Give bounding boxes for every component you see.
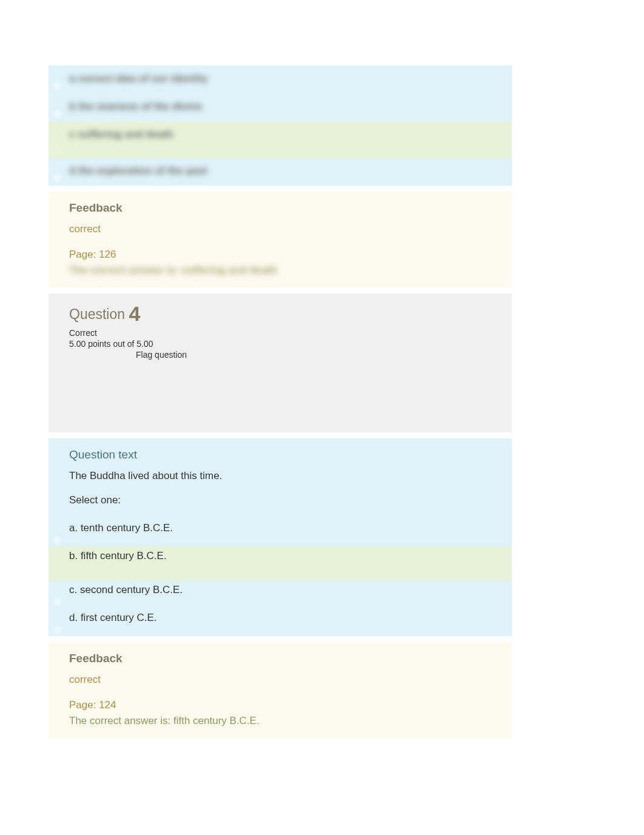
radio-icon[interactable]	[53, 570, 61, 578]
feedback-heading: Feedback	[69, 652, 512, 665]
option-label: a correct idea of our identity	[69, 73, 512, 85]
radio-icon[interactable]	[53, 110, 61, 118]
feedback-answer: The correct answer is: suffering and dea…	[69, 264, 512, 277]
question-status: Correct	[69, 328, 512, 338]
feedback-heading: Feedback	[69, 201, 512, 215]
option-row[interactable]: a. tenth century B.C.E.	[49, 518, 512, 546]
radio-icon[interactable]	[53, 626, 61, 634]
question-text: The Buddha lived about this time.	[69, 470, 512, 482]
option-label: d the exploration of the past	[69, 165, 512, 177]
question-points: 5.00 points out of 5.00	[69, 339, 512, 349]
radio-icon[interactable]	[53, 82, 61, 90]
feedback-page: Page: 124	[69, 699, 512, 711]
radio-icon[interactable]	[53, 598, 61, 606]
q3-feedback: Feedback correct Page: 126 The correct a…	[49, 192, 512, 287]
option-row[interactable]: b the oneness of the divine	[49, 93, 512, 121]
q4-options: a. tenth century B.C.E. b. fifth century…	[49, 518, 512, 636]
question-title: Question 4	[69, 302, 512, 326]
option-label: a. tenth century B.C.E.	[69, 522, 512, 534]
option-label: b the oneness of the divine	[69, 101, 512, 113]
radio-icon[interactable]	[53, 146, 61, 154]
q3-options: a correct idea of our identity b the one…	[49, 65, 512, 186]
q4-feedback: Feedback correct Page: 124 The correct a…	[49, 642, 512, 738]
radio-icon[interactable]	[53, 174, 61, 182]
question-text-heading: Question text	[69, 448, 512, 461]
option-row[interactable]: d. first century C.E.	[49, 608, 512, 636]
radio-icon[interactable]	[53, 536, 61, 544]
option-label: c suffering and death	[69, 129, 512, 141]
question-title-prefix: Question	[69, 306, 129, 322]
q4-meta: Question 4 Correct 5.00 points out of 5.…	[49, 293, 512, 432]
option-row[interactable]: c. second century B.C.E.	[49, 580, 512, 608]
q4-question-text-block: Question text The Buddha lived about thi…	[49, 438, 512, 518]
feedback-page: Page: 126	[69, 249, 512, 261]
option-row[interactable]: d the exploration of the past	[49, 158, 512, 186]
feedback-correct: correct	[69, 674, 512, 686]
option-row-correct[interactable]: b. fifth century B.C.E.	[49, 546, 512, 580]
option-row[interactable]: a correct idea of our identity	[49, 65, 512, 93]
question-number: 4	[129, 302, 140, 325]
option-label: c. second century B.C.E.	[69, 584, 512, 596]
select-one-label: Select one:	[69, 494, 512, 506]
option-label: d. first century C.E.	[69, 612, 512, 624]
option-row-correct[interactable]: c suffering and death	[49, 121, 512, 158]
feedback-correct: correct	[69, 223, 512, 235]
feedback-answer: The correct answer is: fifth century B.C…	[69, 715, 512, 727]
option-label: b. fifth century B.C.E.	[69, 550, 512, 562]
flag-question-link[interactable]: Flag question	[136, 350, 512, 432]
